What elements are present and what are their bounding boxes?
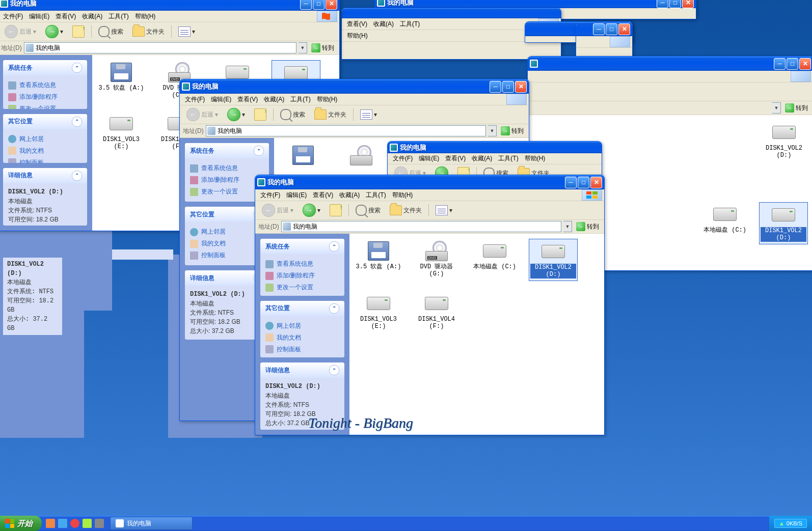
floppy-drive[interactable]: 3.5 软盘 (A:) xyxy=(97,60,145,101)
change-setting-link[interactable]: 更改一个设置 xyxy=(8,103,82,109)
menu-bar[interactable]: 文件(F) 编辑(E) 查看(V) 收藏(A) 工具(T) 帮助(H) xyxy=(0,11,339,22)
my-documents-link[interactable]: 我的文档 xyxy=(265,332,339,344)
go-button[interactable]: →转到 xyxy=(574,221,601,232)
ql-item-1-icon[interactable] xyxy=(46,519,55,528)
search-button[interactable]: 搜索 xyxy=(352,203,384,218)
maximize-button[interactable]: □ xyxy=(502,81,514,93)
change-setting-link[interactable]: 更改一个设置 xyxy=(265,282,339,293)
collapse-icon[interactable]: ⌃ xyxy=(329,241,339,251)
add-remove-programs-link[interactable]: 添加/删除程序 xyxy=(8,91,82,103)
back-button[interactable]: ←后退 ▾ xyxy=(183,106,222,123)
up-button[interactable] xyxy=(326,202,345,218)
forward-button[interactable]: → ▾ xyxy=(299,202,324,219)
menu-view[interactable]: 查看(V) xyxy=(310,190,336,201)
change-setting-link[interactable]: 更改一个设置 xyxy=(190,186,264,198)
collapse-icon[interactable]: ⌃ xyxy=(72,171,82,181)
local-disk[interactable]: DISK1_VOL2 (D:) xyxy=(760,120,808,161)
close-button[interactable]: ✕ xyxy=(515,81,527,93)
menu-help[interactable]: 帮助(H) xyxy=(389,190,416,201)
floppy-drive[interactable] xyxy=(279,143,327,170)
close-button[interactable]: ✕ xyxy=(799,58,811,70)
maximize-button[interactable]: □ xyxy=(313,0,324,10)
minimize-button[interactable]: ─ xyxy=(565,177,577,188)
collapse-icon[interactable]: ⌃ xyxy=(72,117,82,127)
my-documents-link[interactable]: 我的文档 xyxy=(190,238,264,249)
close-button[interactable]: ✕ xyxy=(590,177,602,188)
menu-help[interactable]: 帮助(H) xyxy=(132,11,159,22)
menu-file[interactable]: 文件(F) xyxy=(0,11,26,22)
folders-button[interactable]: 文件夹 xyxy=(386,203,425,217)
go-button[interactable]: →转到 xyxy=(309,42,336,53)
collapse-icon[interactable]: ⌃ xyxy=(329,303,339,314)
my-documents-link[interactable]: 我的文档 xyxy=(8,145,82,157)
network-places-link[interactable]: 网上邻居 xyxy=(190,226,264,238)
menu-tools[interactable]: 工具(T) xyxy=(363,190,389,201)
menu-edit[interactable]: 编辑(E) xyxy=(283,190,310,201)
minimize-button[interactable]: ─ xyxy=(490,81,501,93)
back-button[interactable]: ←后退 ▾ xyxy=(258,202,297,219)
address-input[interactable]: 我的电脑 xyxy=(281,221,561,232)
floppy-drive[interactable]: 3.5 软盘 (A:) xyxy=(355,239,402,281)
menu-bar[interactable]: 文件(F) 编辑(E) 查看(V) 收藏(A) 工具(T) 帮助(H) xyxy=(255,189,604,201)
menu-tools[interactable]: 工具(T) xyxy=(105,11,131,22)
menu-file[interactable]: 文件(F) xyxy=(182,94,208,105)
menu-fav[interactable]: 收藏(A) xyxy=(261,94,287,105)
dvd-drive[interactable] xyxy=(337,143,385,170)
go-button[interactable]: →转到 xyxy=(783,102,810,114)
start-button[interactable]: 开始 xyxy=(0,516,42,531)
disk-vol2-selected[interactable]: DISK1_VOL2 (D:) xyxy=(759,202,808,244)
system-tray[interactable]: ▲0KB/S xyxy=(769,516,812,531)
go-button[interactable]: →转到 xyxy=(499,125,526,136)
network-places-link[interactable]: 网上邻居 xyxy=(265,320,339,332)
ql-item-3-icon[interactable] xyxy=(70,519,79,528)
folders-button[interactable]: 文件夹 xyxy=(129,24,168,39)
menu-edit[interactable]: 编辑(E) xyxy=(208,94,234,105)
minimize-button[interactable]: ─ xyxy=(300,0,312,10)
dvd-drive[interactable]: DVDDVD 驱动器 (G:) xyxy=(413,239,461,281)
views-button[interactable]: ▾ xyxy=(357,107,381,122)
address-dropdown[interactable]: ▼ xyxy=(772,102,781,114)
maximize-button[interactable]: □ xyxy=(578,177,589,188)
address-dropdown[interactable]: ▼ xyxy=(299,42,307,53)
network-speed-indicator[interactable]: ▲0KB/S xyxy=(774,519,807,528)
ql-show-desktop-icon[interactable] xyxy=(95,519,104,528)
control-panel-link[interactable]: 控制面板 xyxy=(190,249,264,261)
local-disk-c[interactable]: 本地磁盘 (C:) xyxy=(471,239,519,281)
disk-vol3[interactable]: DISK1_VOL3 (E:) xyxy=(97,111,145,153)
menu-tools[interactable]: 工具(T) xyxy=(287,94,313,105)
menu-help[interactable]: 帮助(H) xyxy=(314,94,341,105)
control-panel-link[interactable]: 控制面板 xyxy=(265,344,339,355)
ql-item-2-icon[interactable] xyxy=(58,519,67,528)
up-button[interactable] xyxy=(251,106,270,123)
disk-vol4[interactable]: DISK1_VOL4 (F:) xyxy=(413,291,461,332)
disk-vol2-selected[interactable]: DISK1_VOL2 (D:) xyxy=(529,239,578,281)
maximize-button[interactable]: □ xyxy=(787,58,798,70)
add-remove-programs-link[interactable]: 添加/删除程序 xyxy=(190,174,264,186)
address-dropdown[interactable]: ▼ xyxy=(488,125,497,136)
collapse-icon[interactable]: ⌃ xyxy=(72,63,82,73)
address-input[interactable]: 我的电脑 xyxy=(206,125,486,136)
disk-vol3[interactable]: DISK1_VOL3 (E:) xyxy=(355,291,402,332)
view-sysinfo-link[interactable]: 查看系统信息 xyxy=(190,162,264,174)
forward-button[interactable]: → ▾ xyxy=(42,23,67,40)
menu-view[interactable]: 查看(V) xyxy=(52,11,79,22)
menu-file[interactable]: 文件(F) xyxy=(257,190,283,201)
views-button[interactable]: ▾ xyxy=(175,24,199,39)
view-sysinfo-link[interactable]: 查看系统信息 xyxy=(265,258,339,270)
collapse-icon[interactable]: ⌃ xyxy=(329,365,339,375)
views-button[interactable]: ▾ xyxy=(432,203,456,217)
ql-item-4-icon[interactable] xyxy=(83,519,92,528)
network-places-link[interactable]: 网上邻居 xyxy=(8,133,82,145)
search-button[interactable]: 搜索 xyxy=(95,24,127,39)
menu-edit[interactable]: 编辑(E) xyxy=(26,11,52,22)
close-button[interactable]: ✕ xyxy=(326,0,337,10)
taskbar-task-mycomputer[interactable]: 我的电脑 xyxy=(110,517,193,530)
folders-button[interactable]: 文件夹 xyxy=(311,107,350,122)
search-button[interactable]: 搜索 xyxy=(277,107,309,122)
forward-button[interactable]: → ▾ xyxy=(224,106,249,123)
menu-view[interactable]: 查看(V) xyxy=(234,94,261,105)
control-panel-link[interactable]: 控制面板 xyxy=(8,157,82,163)
menu-fav[interactable]: 收藏(A) xyxy=(79,11,105,22)
add-remove-programs-link[interactable]: 添加/删除程序 xyxy=(265,270,339,282)
address-dropdown[interactable]: ▼ xyxy=(563,221,572,232)
